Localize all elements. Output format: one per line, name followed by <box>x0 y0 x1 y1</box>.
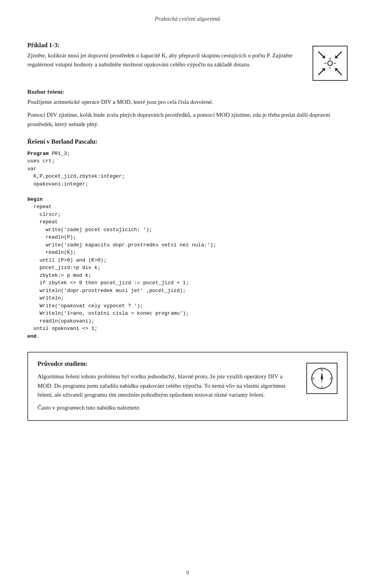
example-text-block: Příklad 1-3: Zjistěte, kolikrát musí jet… <box>27 42 305 72</box>
analysis-section: Rozbor řešení: Použijeme aritmetické ope… <box>27 89 348 129</box>
pascal-heading: Řešení v Borland Pascalu: <box>27 138 348 145</box>
svg-text:E: E <box>330 377 332 380</box>
svg-text:N: N <box>321 368 323 372</box>
guide-body-text1: Algoritmus řešení tohoto problému byl vc… <box>38 372 298 399</box>
svg-text:W: W <box>312 377 315 380</box>
analysis-text2: Pomocí DIV zjistíme, kolik bude zcela pl… <box>27 110 348 129</box>
guide-text-block: Průvodce studiem: Algoritmus řešení toho… <box>38 360 298 412</box>
header-title: Praktická cvičení algoritmů <box>155 16 220 22</box>
analysis-text: Použijeme aritmetické operace DIV a MOD,… <box>27 98 348 107</box>
code-block: Program PR1_3; uses crt; var K,P,pocet_j… <box>27 150 348 340</box>
arrows-icon <box>316 50 344 77</box>
code-keyword-begin: begin <box>27 196 43 202</box>
example-icon-box <box>312 46 348 81</box>
page: Praktická cvičení algoritmů Příklad 1-3:… <box>0 0 375 588</box>
svg-point-8 <box>328 61 332 66</box>
guide-heading: Průvodce studiem: <box>38 360 298 367</box>
analysis-heading: Rozbor řešení: <box>27 89 348 95</box>
example-section: Příklad 1-3: Zjistěte, kolikrát musí jet… <box>27 42 348 81</box>
example-title: Příklad 1-3: <box>27 42 305 49</box>
guide-box: Průvodce studiem: Algoritmus řešení toho… <box>27 352 348 421</box>
page-header: Praktická cvičení algoritmů <box>27 16 348 22</box>
page-footer: 9 <box>0 570 375 576</box>
svg-point-20 <box>321 378 323 380</box>
code-keyword-program: Program <box>27 151 49 157</box>
svg-text:S: S <box>321 385 323 388</box>
example-intro: Zjistěte, kolikrát musí jet dopravní pro… <box>27 51 305 69</box>
guide-body-text2: Často v programech tuto nabídku naleznet… <box>38 403 298 412</box>
compass-icon: N S E W <box>310 367 334 390</box>
guide-icon-box: N S E W <box>306 363 338 394</box>
code-keyword-end: end <box>27 333 36 339</box>
page-number: 9 <box>186 570 189 576</box>
